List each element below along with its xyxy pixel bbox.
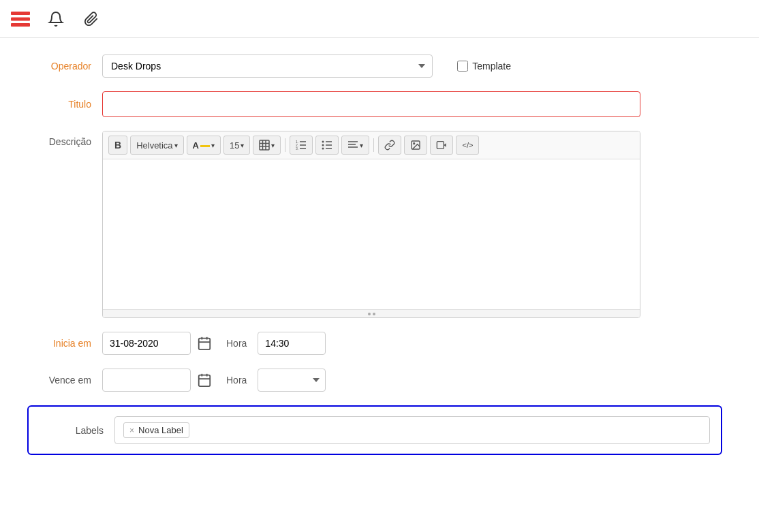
vence-em-input[interactable] (102, 369, 191, 392)
code-label: </> (462, 141, 473, 149)
operator-select-group: Desk Drops Option 2 Option 3 Template (102, 54, 511, 78)
hora-label-1: Hora (226, 338, 247, 349)
label-tag-text: Nova Label (138, 425, 183, 435)
inicia-em-label: Inicia em (27, 338, 102, 349)
labels-input-area[interactable]: × Nova Label (114, 416, 710, 444)
template-checkbox[interactable] (457, 61, 468, 72)
editor-body[interactable] (103, 159, 640, 309)
separator-2 (373, 138, 374, 152)
video-button[interactable] (430, 136, 453, 155)
template-checkbox-group: Template (457, 61, 511, 72)
inicia-em-date-row: Hora (102, 332, 640, 355)
resize-dot-1 (368, 313, 371, 315)
svg-rect-3 (260, 140, 269, 150)
font-family-button[interactable]: Helvetica ▾ (130, 136, 183, 155)
operador-row: Operador Desk Drops Option 2 Option 3 Te… (27, 54, 722, 78)
vence-em-date-row: Hora 00:00 08:00 14:30 (102, 369, 640, 392)
top-bar (0, 0, 759, 38)
svg-rect-27 (199, 339, 211, 350)
hora-label-2: Hora (226, 375, 247, 386)
align-button[interactable]: ▾ (341, 136, 369, 155)
hora-input-1[interactable] (258, 332, 326, 355)
vence-em-row: Vence em Hora 00:00 08:00 14:30 (27, 369, 722, 392)
main-content: Operador Desk Drops Option 2 Option 3 Te… (0, 38, 749, 471)
unordered-list-button[interactable] (315, 136, 339, 155)
descricao-row: Descrição B Helvetica ▾ A ▾ 15 ▾ (27, 131, 722, 318)
inicia-em-calendar-icon[interactable] (193, 332, 215, 354)
operador-label: Operador (27, 61, 102, 72)
resize-dot-2 (373, 313, 375, 315)
vence-em-label: Vence em (27, 375, 102, 386)
color-chevron-icon: ▾ (211, 142, 215, 149)
labels-label: Labels (40, 425, 114, 436)
template-label: Template (472, 61, 511, 72)
align-chevron-icon: ▾ (360, 142, 363, 149)
svg-point-17 (322, 141, 324, 143)
size-chevron-icon: ▾ (241, 142, 244, 149)
svg-rect-1 (11, 17, 30, 20)
font-size-button[interactable]: 15 ▾ (223, 136, 250, 155)
descricao-label: Descrição (27, 131, 102, 147)
editor-toolbar: B Helvetica ▾ A ▾ 15 ▾ (103, 131, 640, 159)
svg-point-19 (322, 148, 324, 150)
font-color-label: A (193, 140, 199, 151)
titulo-label: Titulo (27, 99, 102, 110)
svg-point-18 (322, 144, 324, 146)
svg-rect-2 (11, 23, 30, 27)
paperclip-icon[interactable] (79, 7, 104, 31)
table-chevron-icon: ▾ (271, 142, 275, 149)
font-color-button[interactable]: A ▾ (187, 136, 221, 155)
vence-em-calendar-icon[interactable] (193, 369, 215, 391)
ordered-list-button[interactable]: 1. 2. 3. (290, 136, 313, 155)
link-button[interactable] (378, 136, 401, 155)
svg-point-24 (414, 143, 415, 144)
description-area: B Helvetica ▾ A ▾ 15 ▾ (102, 131, 640, 318)
separator-1 (285, 138, 285, 152)
svg-text:3.: 3. (296, 146, 298, 150)
bold-button[interactable]: B (108, 136, 127, 155)
hamburger-icon[interactable] (8, 7, 33, 31)
titulo-row: Titulo (27, 91, 722, 117)
table-button[interactable]: ▾ (253, 136, 281, 155)
resize-dots (368, 313, 375, 315)
editor-resize-handle[interactable] (103, 309, 640, 317)
label-tag: × Nova Label (123, 422, 189, 438)
bell-icon[interactable] (44, 7, 68, 31)
label-tag-close-icon[interactable]: × (129, 426, 134, 435)
svg-rect-25 (437, 142, 444, 149)
svg-rect-0 (11, 12, 30, 15)
inicia-em-input[interactable] (102, 332, 191, 355)
code-button[interactable]: </> (456, 136, 479, 155)
vence-em-input-group (102, 369, 215, 392)
chevron-down-icon: ▾ (174, 142, 178, 149)
color-bar (200, 145, 210, 147)
labels-section: Labels × Nova Label (27, 405, 722, 455)
hora-dropdown-2[interactable]: 00:00 08:00 14:30 (258, 369, 326, 392)
operador-dropdown[interactable]: Desk Drops Option 2 Option 3 (102, 54, 433, 78)
font-size-label: 15 (230, 140, 239, 151)
inicia-em-row: Inicia em Hora (27, 332, 722, 355)
inicia-em-input-group (102, 332, 215, 355)
svg-rect-31 (199, 375, 211, 387)
font-family-label: Helvetica (136, 140, 172, 151)
image-button[interactable] (404, 136, 427, 155)
titulo-input[interactable] (102, 91, 640, 117)
